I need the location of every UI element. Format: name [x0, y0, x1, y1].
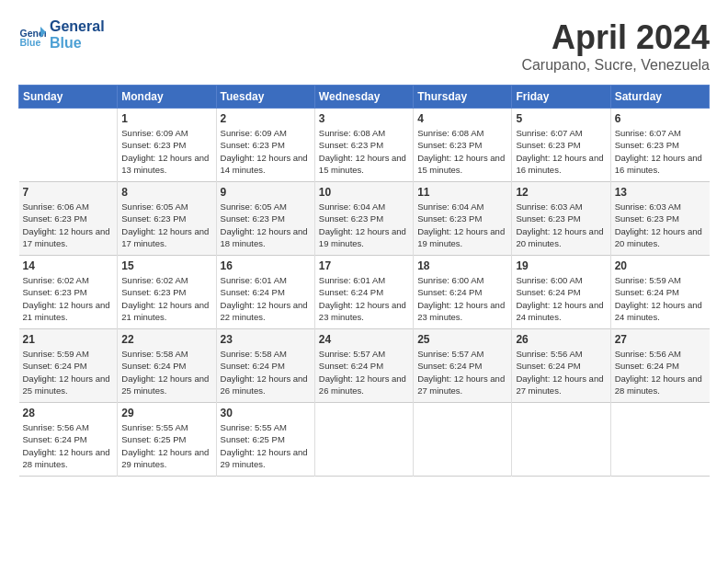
day-number: 4 [417, 112, 507, 125]
day-number: 26 [516, 333, 606, 346]
day-info: Sunrise: 6:09 AM Sunset: 6:23 PM Dayligh… [221, 127, 311, 176]
day-number: 22 [121, 333, 211, 346]
day-number: 18 [417, 259, 507, 272]
day-header-monday: Monday [118, 86, 216, 109]
logo-icon: General Blue [18, 21, 46, 49]
calendar-cell: 4Sunrise: 6:08 AM Sunset: 6:23 PM Daylig… [414, 109, 512, 182]
calendar-header-row: SundayMondayTuesdayWednesdayThursdayFrid… [19, 86, 710, 109]
calendar-cell [414, 403, 512, 477]
calendar-cell: 18Sunrise: 6:00 AM Sunset: 6:24 PM Dayli… [414, 256, 512, 329]
calendar-table: SundayMondayTuesdayWednesdayThursdayFrid… [18, 85, 710, 477]
day-info: Sunrise: 6:08 AM Sunset: 6:23 PM Dayligh… [417, 127, 507, 176]
calendar-cell: 27Sunrise: 5:56 AM Sunset: 6:24 PM Dayli… [610, 329, 709, 403]
day-info: Sunrise: 6:04 AM Sunset: 6:23 PM Dayligh… [417, 201, 507, 249]
day-number: 14 [23, 259, 114, 272]
day-info: Sunrise: 5:55 AM Sunset: 6:25 PM Dayligh… [221, 421, 311, 470]
calendar-cell: 22Sunrise: 5:58 AM Sunset: 6:24 PM Dayli… [118, 329, 216, 403]
page-container: General Blue General Blue April 2024 Car… [0, 0, 728, 563]
day-info: Sunrise: 6:00 AM Sunset: 6:24 PM Dayligh… [516, 274, 606, 323]
day-info: Sunrise: 5:56 AM Sunset: 6:24 PM Dayligh… [23, 421, 114, 470]
calendar-cell: 7Sunrise: 6:06 AM Sunset: 6:23 PM Daylig… [19, 182, 118, 256]
location: Carupano, Sucre, Venezuela [521, 57, 710, 74]
calendar-cell: 30Sunrise: 5:55 AM Sunset: 6:25 PM Dayli… [216, 403, 314, 477]
day-info: Sunrise: 6:02 AM Sunset: 6:23 PM Dayligh… [121, 274, 211, 323]
day-header-tuesday: Tuesday [216, 86, 314, 109]
day-number: 16 [221, 259, 311, 272]
day-info: Sunrise: 6:08 AM Sunset: 6:23 PM Dayligh… [319, 127, 409, 176]
day-info: Sunrise: 5:56 AM Sunset: 6:24 PM Dayligh… [516, 348, 606, 396]
calendar-cell: 25Sunrise: 5:57 AM Sunset: 6:24 PM Dayli… [414, 329, 512, 403]
calendar-cell: 24Sunrise: 5:57 AM Sunset: 6:24 PM Dayli… [314, 329, 413, 403]
calendar-cell: 23Sunrise: 5:58 AM Sunset: 6:24 PM Dayli… [216, 329, 314, 403]
day-info: Sunrise: 6:05 AM Sunset: 6:23 PM Dayligh… [221, 201, 311, 249]
calendar-cell: 5Sunrise: 6:07 AM Sunset: 6:23 PM Daylig… [512, 109, 610, 182]
day-number: 21 [23, 333, 114, 346]
logo: General Blue General Blue [18, 18, 105, 51]
calendar-cell: 15Sunrise: 6:02 AM Sunset: 6:23 PM Dayli… [118, 256, 216, 329]
logo-text: General Blue [50, 18, 105, 51]
day-info: Sunrise: 5:58 AM Sunset: 6:24 PM Dayligh… [221, 348, 311, 396]
day-number: 15 [121, 259, 211, 272]
day-info: Sunrise: 5:59 AM Sunset: 6:24 PM Dayligh… [23, 348, 114, 396]
day-number: 27 [615, 333, 706, 346]
day-number: 6 [615, 112, 706, 125]
day-header-wednesday: Wednesday [314, 86, 413, 109]
day-info: Sunrise: 6:03 AM Sunset: 6:23 PM Dayligh… [516, 201, 606, 249]
day-number: 8 [121, 186, 211, 199]
calendar-cell [512, 403, 610, 477]
day-number: 7 [23, 186, 114, 199]
calendar-cell: 26Sunrise: 5:56 AM Sunset: 6:24 PM Dayli… [512, 329, 610, 403]
calendar-cell [314, 403, 413, 477]
day-header-saturday: Saturday [610, 86, 709, 109]
week-row-4: 21Sunrise: 5:59 AM Sunset: 6:24 PM Dayli… [19, 329, 710, 403]
calendar-cell [610, 403, 709, 477]
week-row-5: 28Sunrise: 5:56 AM Sunset: 6:24 PM Dayli… [19, 403, 710, 477]
calendar-cell: 14Sunrise: 6:02 AM Sunset: 6:23 PM Dayli… [19, 256, 118, 329]
logo-general: General [50, 18, 105, 35]
day-info: Sunrise: 5:56 AM Sunset: 6:24 PM Dayligh… [615, 348, 706, 396]
page-header: General Blue General Blue April 2024 Car… [18, 18, 710, 74]
week-row-3: 14Sunrise: 6:02 AM Sunset: 6:23 PM Dayli… [19, 256, 710, 329]
day-header-thursday: Thursday [414, 86, 512, 109]
title-block: April 2024 Carupano, Sucre, Venezuela [521, 18, 710, 74]
day-number: 17 [319, 259, 409, 272]
day-number: 12 [516, 186, 606, 199]
day-info: Sunrise: 5:59 AM Sunset: 6:24 PM Dayligh… [615, 274, 706, 323]
calendar-cell: 11Sunrise: 6:04 AM Sunset: 6:23 PM Dayli… [414, 182, 512, 256]
calendar-cell: 20Sunrise: 5:59 AM Sunset: 6:24 PM Dayli… [610, 256, 709, 329]
day-info: Sunrise: 6:01 AM Sunset: 6:24 PM Dayligh… [221, 274, 311, 323]
day-number: 23 [221, 333, 311, 346]
calendar-cell: 2Sunrise: 6:09 AM Sunset: 6:23 PM Daylig… [216, 109, 314, 182]
day-number: 2 [221, 112, 311, 125]
day-info: Sunrise: 6:09 AM Sunset: 6:23 PM Dayligh… [121, 127, 211, 176]
calendar-cell: 29Sunrise: 5:55 AM Sunset: 6:25 PM Dayli… [118, 403, 216, 477]
day-number: 25 [417, 333, 507, 346]
day-info: Sunrise: 6:07 AM Sunset: 6:23 PM Dayligh… [615, 127, 706, 176]
calendar-cell: 10Sunrise: 6:04 AM Sunset: 6:23 PM Dayli… [314, 182, 413, 256]
calendar-cell: 3Sunrise: 6:08 AM Sunset: 6:23 PM Daylig… [314, 109, 413, 182]
day-info: Sunrise: 6:00 AM Sunset: 6:24 PM Dayligh… [417, 274, 507, 323]
calendar-cell: 17Sunrise: 6:01 AM Sunset: 6:24 PM Dayli… [314, 256, 413, 329]
day-number: 11 [417, 186, 507, 199]
day-number: 19 [516, 259, 606, 272]
day-number: 10 [319, 186, 409, 199]
day-number: 28 [23, 407, 114, 419]
calendar-cell: 19Sunrise: 6:00 AM Sunset: 6:24 PM Dayli… [512, 256, 610, 329]
day-number: 9 [221, 186, 311, 199]
calendar-cell: 12Sunrise: 6:03 AM Sunset: 6:23 PM Dayli… [512, 182, 610, 256]
day-info: Sunrise: 6:05 AM Sunset: 6:23 PM Dayligh… [121, 201, 211, 249]
day-number: 3 [319, 112, 409, 125]
day-info: Sunrise: 6:01 AM Sunset: 6:24 PM Dayligh… [319, 274, 409, 323]
day-number: 1 [121, 112, 211, 125]
day-header-friday: Friday [512, 86, 610, 109]
day-number: 29 [121, 407, 211, 419]
month-title: April 2024 [521, 18, 710, 57]
day-info: Sunrise: 5:55 AM Sunset: 6:25 PM Dayligh… [121, 421, 211, 470]
day-number: 5 [516, 112, 606, 125]
calendar-cell: 1Sunrise: 6:09 AM Sunset: 6:23 PM Daylig… [118, 109, 216, 182]
day-number: 13 [615, 186, 706, 199]
day-number: 30 [221, 407, 311, 419]
day-info: Sunrise: 6:02 AM Sunset: 6:23 PM Dayligh… [23, 274, 114, 323]
calendar-cell: 13Sunrise: 6:03 AM Sunset: 6:23 PM Dayli… [610, 182, 709, 256]
day-info: Sunrise: 6:06 AM Sunset: 6:23 PM Dayligh… [23, 201, 114, 249]
